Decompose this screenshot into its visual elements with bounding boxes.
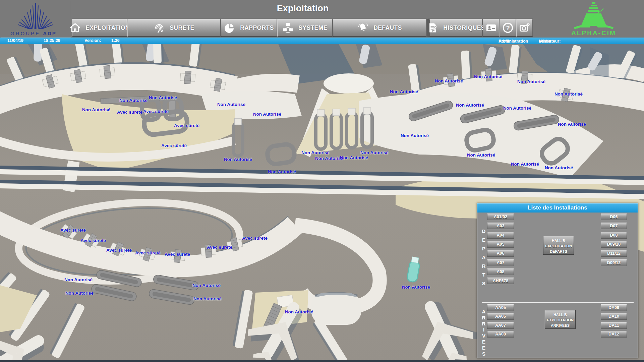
depart-installation-button[interactable]: A01/02 xyxy=(487,214,514,220)
depart-installation-button[interactable]: A07 xyxy=(487,259,514,266)
tool-button-help[interactable]: ? xyxy=(500,19,516,37)
map-status-label: Non Autorisé xyxy=(340,155,368,160)
depart-installation-button[interactable]: A08 xyxy=(487,268,514,275)
nav-button-systeme[interactable]: SYSTEME xyxy=(277,19,333,37)
groupe-adp-wordmark: GROUPE ADP xyxy=(10,31,57,36)
nav-label: RAPPORTS xyxy=(240,24,274,32)
help-icon: ? xyxy=(502,22,514,34)
map-status-label: Non Autorisé xyxy=(554,92,583,97)
arrivee-installation-button[interactable]: AA07 xyxy=(487,322,514,329)
map-status-label: Avec sûreté xyxy=(207,245,232,250)
map-status-label: Avec sûreté xyxy=(80,238,106,243)
status-time: 18:25:29 xyxy=(44,38,60,43)
map-status-label: Non Autorisé xyxy=(119,98,148,103)
map-status-label: Non Autorisé xyxy=(285,309,313,314)
nav-button-rapports[interactable]: RAPPORTS xyxy=(221,19,277,37)
nav-label: SYSTEME xyxy=(298,24,327,32)
id-card-icon xyxy=(485,22,497,34)
depart-installation-button[interactable]: D11/12 xyxy=(601,250,627,257)
depart-installation-button[interactable]: A03 xyxy=(487,223,514,229)
nav-label: EXPLOITATION xyxy=(85,24,130,32)
arrivee-installation-button[interactable]: AA06 xyxy=(487,313,514,320)
map-status-label: Non Autorisé xyxy=(401,133,429,138)
map-status-label: Non Autorisé xyxy=(149,95,177,100)
map-status-label: Non Autorisé xyxy=(360,150,389,155)
map-status-label: Non Autorisé xyxy=(64,277,93,282)
map-status-label: Non Autorisé xyxy=(268,169,296,174)
map-status-label: Non Autorisé xyxy=(193,296,222,301)
version-label: Version: xyxy=(84,38,101,43)
map-status-label: Avec sûreté xyxy=(60,228,86,233)
map-status-label: Non Autorisé xyxy=(301,150,330,155)
tool-button-badge[interactable] xyxy=(483,19,500,37)
nav-button-exploitation[interactable]: EXPLOITATION xyxy=(72,19,127,37)
status-date: 11/04/19 xyxy=(7,38,23,43)
groupe-adp-logo: GROUPE ADP xyxy=(1,1,71,38)
arrivee-installation-button[interactable]: DA10 xyxy=(601,313,627,320)
network-icon xyxy=(282,22,294,34)
map-status-label: Non Autorisé xyxy=(545,165,573,170)
camera-icon xyxy=(519,22,530,34)
adp-spire-icon xyxy=(1,1,70,30)
arrivee-installation-button[interactable]: DA11 xyxy=(601,322,627,329)
arrivee-installation-button[interactable]: AA08 xyxy=(487,331,514,338)
map-status-label: Avec sûreté xyxy=(106,248,132,253)
map-status-label: Avec sûreté xyxy=(242,236,268,241)
nav-button-defauts[interactable]: DEFAUTS xyxy=(333,19,427,37)
depart-installation-button[interactable]: D06 xyxy=(601,214,627,220)
map-status-label: Non Autorisé xyxy=(315,156,343,161)
alpha-cim-wordmark: ALPHA-CIM xyxy=(557,29,631,37)
depart-installation-button[interactable]: AHF678 xyxy=(487,278,514,284)
depart-installation-button[interactable]: D09/10 xyxy=(601,241,627,248)
home-icon xyxy=(69,22,81,34)
arrivee-installation-button[interactable]: AA05 xyxy=(487,304,514,311)
map-status-label: Non Autorisé xyxy=(456,103,484,108)
arrivees-vertical-label: A R R I V E E S xyxy=(480,309,487,357)
nav-label: HISTORIQUES xyxy=(443,24,485,32)
nav-button-historiques[interactable]: HISTORIQUES xyxy=(427,19,483,37)
map-status-label: Non Autorisé xyxy=(503,106,531,111)
panel-divider xyxy=(482,302,634,303)
map-status-label: Non Autorisé xyxy=(511,162,539,167)
map-status-label: Non Autorisé xyxy=(402,285,430,290)
depart-installation-button[interactable]: A06 xyxy=(487,250,514,257)
pie-chart-icon xyxy=(224,22,235,34)
main-navigation: EXPLOITATIONSURETERAPPORTSSYSTEMEDEFAUTS… xyxy=(72,19,533,37)
map-status-label: Avec sûreté xyxy=(135,250,161,255)
map-status-label: Non Autorisé xyxy=(558,122,586,127)
depart-installation-button[interactable]: D07 xyxy=(601,223,627,229)
status-bar: 11/04/19 18:25:29 Version: 1.36 Profil: … xyxy=(0,38,644,44)
map-status-label: Non Autorisé xyxy=(82,107,110,112)
fingerprint-icon xyxy=(154,22,165,34)
depart-installation-button[interactable]: D08 xyxy=(601,232,627,239)
nav-button-surete[interactable]: SURETE xyxy=(127,19,221,37)
installations-panel: Liste des Installations D E P A R T S A0… xyxy=(477,203,638,358)
departs-vertical-label: D E P A R T S xyxy=(480,227,487,288)
map-status-label: Non Autorisé xyxy=(467,153,495,158)
alpha-cim-logo: ALPHA-CIM xyxy=(557,1,631,37)
depart-installation-button[interactable]: A05 xyxy=(487,241,514,248)
depart-installation-button[interactable]: A04 xyxy=(487,232,514,239)
map-status-label: Avec sûreté xyxy=(143,109,169,114)
map-status-label: Avec sûreté xyxy=(174,123,199,128)
hall-b-departs-button[interactable]: HALL B EXPLOITATION DEPARTS xyxy=(543,236,574,255)
hall-b-arrivees-button[interactable]: HALL B EXPLOITATION ARRIVEES xyxy=(545,310,576,329)
depart-installation-button[interactable]: D09/12 xyxy=(601,259,627,266)
svg-text:?: ? xyxy=(506,24,510,32)
panel-title: Liste des Installations xyxy=(477,203,638,213)
map-status-label: Non Autorisé xyxy=(192,283,221,288)
map-status-label: Non Autorisé xyxy=(65,291,94,296)
tool-button-snapshot[interactable] xyxy=(516,19,533,37)
map-status-label: Non Autorisé xyxy=(224,157,252,162)
arrivee-installation-button[interactable]: DA09 xyxy=(601,304,627,311)
map-status-label: Avec sûreté xyxy=(161,143,187,148)
bell-icon xyxy=(357,22,369,34)
nav-label: DEFAUTS xyxy=(373,24,402,32)
map-status-label: Non Autorisé xyxy=(435,78,463,83)
arrivee-installation-button[interactable]: DA12 xyxy=(601,331,627,338)
map-status-label: Non Autorisé xyxy=(517,79,545,84)
map-status-label: Avec sûreté xyxy=(117,110,142,115)
page-title: Exploitation xyxy=(277,3,329,14)
map-status-label: Non Autorisé xyxy=(474,74,502,79)
alpha-cim-mark-icon xyxy=(557,1,631,29)
